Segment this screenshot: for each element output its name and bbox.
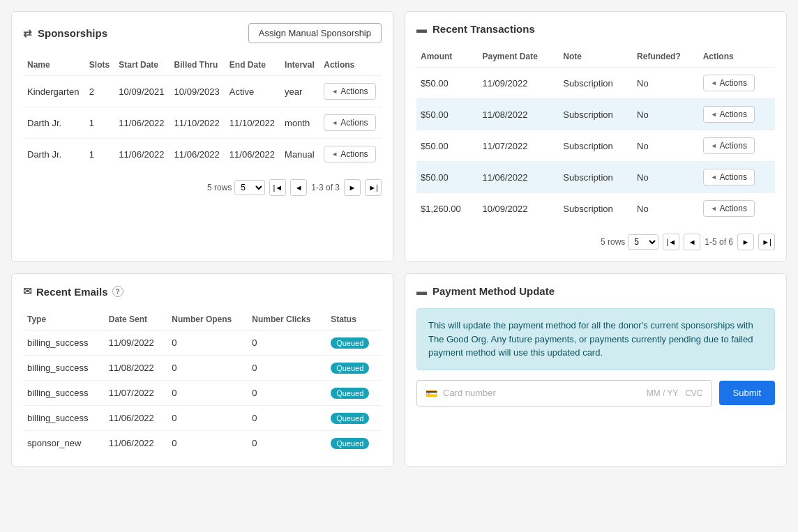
cell-actions: Actions bbox=[699, 193, 775, 225]
card-number-placeholder: Card number bbox=[443, 388, 641, 398]
cell-status: Queued bbox=[326, 356, 382, 381]
sponsorships-table: Name Slots Start Date Billed Thru End Da… bbox=[23, 54, 382, 169]
sponsorships-rows-select[interactable]: 5 rows 5 10 25 bbox=[207, 180, 265, 195]
cell-billed-thru: 11/06/2022 bbox=[170, 139, 225, 170]
assign-manual-sponsorship-button[interactable]: Assign Manual Sponsorship bbox=[248, 23, 382, 43]
cell-refunded: No bbox=[633, 193, 699, 225]
sponsorships-rows-dropdown[interactable]: 5 10 25 bbox=[234, 180, 265, 195]
table-row: $50.00 11/06/2022 Subscription No Action… bbox=[416, 162, 775, 193]
cell-start-date: 11/06/2022 bbox=[114, 139, 170, 170]
cell-note: Subscription bbox=[559, 193, 633, 225]
sponsorships-pagination: 5 rows 5 10 25 |◄ ◄ 1-3 of 3 ► ►| bbox=[23, 179, 382, 196]
transactions-last-page[interactable]: ►| bbox=[758, 234, 775, 250]
recent-transactions-title: ▬ Recent Transactions bbox=[416, 23, 535, 35]
cell-actions: Actions bbox=[319, 76, 382, 107]
transactions-prev-page[interactable]: ◄ bbox=[684, 234, 700, 250]
cell-note: Subscription bbox=[559, 130, 633, 162]
table-row: billing_success 11/08/2022 0 0 Queued bbox=[23, 356, 382, 381]
col-name: Name bbox=[23, 54, 85, 76]
cell-type: billing_success bbox=[23, 356, 105, 381]
recent-emails-header: ✉ Recent Emails ? bbox=[23, 285, 382, 298]
sponsorships-header: ⇄ Sponsorships Assign Manual Sponsorship bbox=[23, 23, 382, 43]
cell-opens: 0 bbox=[167, 330, 248, 356]
cell-status: Queued bbox=[326, 381, 382, 406]
help-icon[interactable]: ? bbox=[112, 286, 123, 297]
cell-payment-date: 11/08/2022 bbox=[478, 99, 559, 130]
cell-name: Kindergarten bbox=[23, 76, 85, 107]
cell-type: billing_success bbox=[23, 406, 105, 431]
cell-clicks: 0 bbox=[248, 356, 326, 381]
sponsorships-page-info: 1-3 of 3 bbox=[311, 183, 340, 192]
cell-payment-date: 11/06/2022 bbox=[478, 162, 559, 193]
cell-opens: 0 bbox=[167, 406, 248, 431]
cell-name: Darth Jr. bbox=[23, 139, 85, 170]
col-billed-thru: Billed Thru bbox=[170, 54, 225, 76]
cell-date-sent: 11/09/2022 bbox=[105, 330, 168, 356]
table-row: billing_success 11/07/2022 0 0 Queued bbox=[23, 381, 382, 406]
col-status: Status bbox=[326, 309, 382, 330]
cell-amount: $1,260.00 bbox=[416, 193, 478, 225]
card-number-input-wrapper[interactable]: 💳 Card number MM / YY CVC bbox=[416, 380, 712, 406]
cell-note: Subscription bbox=[559, 99, 633, 130]
col-date-sent: Date Sent bbox=[105, 309, 168, 330]
cell-payment-date: 11/07/2022 bbox=[478, 130, 559, 162]
rows-label: 5 rows bbox=[601, 237, 625, 247]
status-badge: Queued bbox=[331, 388, 369, 399]
emails-table: Type Date Sent Number Opens Number Click… bbox=[23, 309, 382, 455]
cell-date-sent: 11/06/2022 bbox=[105, 406, 168, 431]
rows-label: 5 rows bbox=[207, 183, 232, 192]
sponsorships-next-page[interactable]: ► bbox=[344, 179, 361, 196]
col-note: Note bbox=[559, 46, 633, 68]
table-row: sponsor_new 11/06/2022 0 0 Queued bbox=[23, 431, 382, 456]
cell-date-sent: 11/07/2022 bbox=[105, 381, 168, 406]
cell-refunded: No bbox=[633, 162, 699, 193]
cell-slots: 2 bbox=[85, 76, 115, 107]
actions-button[interactable]: Actions bbox=[703, 169, 755, 185]
actions-button[interactable]: Actions bbox=[324, 114, 375, 131]
cell-opens: 0 bbox=[167, 356, 248, 381]
cell-actions: Actions bbox=[699, 99, 775, 130]
actions-button[interactable]: Actions bbox=[703, 106, 755, 123]
payment-method-card: ▬ Payment Method Update This will update… bbox=[405, 273, 787, 467]
actions-button[interactable]: Actions bbox=[703, 75, 755, 91]
cell-name: Darth Jr. bbox=[23, 107, 85, 139]
card-input-icon: 💳 bbox=[426, 388, 437, 399]
actions-button[interactable]: Actions bbox=[703, 200, 755, 217]
table-row: $50.00 11/09/2022 Subscription No Action… bbox=[416, 68, 775, 99]
table-row: Darth Jr. 1 11/06/2022 11/10/2022 11/10/… bbox=[23, 107, 382, 139]
transactions-next-page[interactable]: ► bbox=[737, 234, 754, 250]
status-badge: Queued bbox=[331, 438, 369, 449]
cell-clicks: 0 bbox=[248, 406, 326, 431]
table-row: billing_success 11/09/2022 0 0 Queued bbox=[23, 330, 382, 356]
transactions-rows-dropdown[interactable]: 5 10 25 bbox=[628, 234, 658, 250]
cell-slots: 1 bbox=[85, 107, 115, 139]
submit-button[interactable]: Submit bbox=[719, 381, 775, 405]
status-badge: Queued bbox=[331, 337, 369, 349]
sponsorships-first-page[interactable]: |◄ bbox=[269, 179, 286, 196]
transactions-page-info: 1-5 of 6 bbox=[705, 237, 733, 247]
cell-amount: $50.00 bbox=[416, 130, 478, 162]
col-number-opens: Number Opens bbox=[167, 309, 248, 330]
transactions-first-page[interactable]: |◄ bbox=[663, 234, 679, 250]
payment-method-title: ▬ Payment Method Update bbox=[416, 285, 555, 297]
col-number-clicks: Number Clicks bbox=[248, 309, 326, 330]
actions-button[interactable]: Actions bbox=[324, 83, 375, 100]
sponsorships-prev-page[interactable]: ◄ bbox=[290, 179, 307, 196]
cell-clicks: 0 bbox=[248, 431, 326, 456]
transactions-rows-select[interactable]: 5 rows 5 10 25 bbox=[601, 234, 658, 250]
actions-button[interactable]: Actions bbox=[324, 146, 375, 162]
cell-amount: $50.00 bbox=[416, 99, 478, 130]
col-type: Type bbox=[23, 309, 105, 330]
cell-interval: month bbox=[280, 107, 319, 139]
cell-billed-thru: 11/10/2022 bbox=[170, 107, 225, 139]
cell-status: Queued bbox=[326, 431, 382, 456]
table-row: Darth Jr. 1 11/06/2022 11/06/2022 11/06/… bbox=[23, 139, 382, 170]
cell-refunded: No bbox=[633, 130, 699, 162]
actions-button[interactable]: Actions bbox=[703, 137, 755, 154]
sponsorships-last-page[interactable]: ►| bbox=[365, 179, 382, 196]
cell-amount: $50.00 bbox=[416, 162, 478, 193]
cell-payment-date: 10/09/2022 bbox=[478, 193, 559, 225]
cell-note: Subscription bbox=[559, 162, 633, 193]
col-payment-date: Payment Date bbox=[478, 46, 559, 68]
cell-status: Queued bbox=[326, 406, 382, 431]
